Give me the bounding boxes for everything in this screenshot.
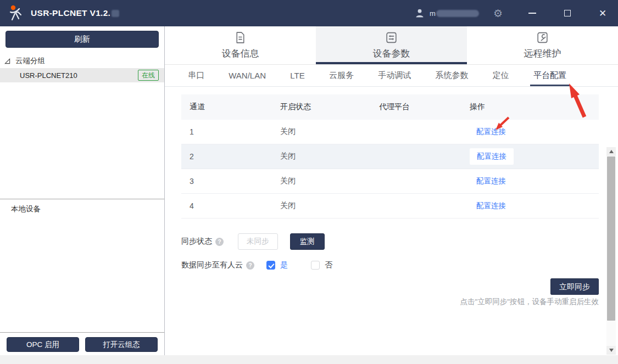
usr-mascot-logo-icon: [7, 4, 25, 23]
yes-label[interactable]: 是: [280, 260, 288, 270]
no-label[interactable]: 否: [325, 260, 332, 270]
vertical-scrollbar[interactable]: [606, 147, 616, 355]
user-icon: [414, 8, 425, 19]
cloud-group-node[interactable]: 云端分组: [4, 56, 164, 66]
close-button[interactable]: ✕: [597, 8, 608, 19]
data-sync-label: 数据同步至有人云: [181, 260, 243, 270]
tab-label: 远程维护: [524, 47, 561, 60]
sync-status-label: 同步状态: [181, 237, 212, 247]
question-mark-icon[interactable]: ?: [246, 261, 254, 270]
opc-enable-button[interactable]: OPC 启用: [7, 337, 79, 352]
cell-status: 关闭: [272, 176, 371, 186]
cell-status: 关闭: [272, 201, 371, 211]
sliders-icon: [385, 31, 398, 44]
gear-icon[interactable]: ⚙: [493, 8, 503, 19]
sidebar-spacer: [0, 214, 164, 332]
configure-connection-link[interactable]: 配置连接: [476, 127, 506, 136]
document-icon: [233, 31, 247, 44]
configure-connection-link[interactable]: 配置连接: [470, 148, 514, 165]
subtab-serial[interactable]: 串口: [185, 65, 208, 86]
device-list-item[interactable]: USR-PLCNET210 在线: [0, 68, 164, 82]
minimize-button[interactable]: [527, 8, 538, 19]
redacted-version: [112, 10, 119, 17]
sub-tab-bar: 串口 WAN/LAN LTE 云服务 手动调试 系统参数 定位 平台配置: [165, 65, 618, 87]
username[interactable]: m: [430, 9, 479, 18]
cell-channel: 3: [181, 177, 272, 186]
subtab-manual-debug[interactable]: 手动调试: [375, 65, 414, 86]
cell-channel: 1: [181, 127, 272, 136]
subtab-lte[interactable]: LTE: [287, 65, 308, 86]
cloud-group-label: 云端分组: [15, 56, 45, 66]
table-row: 2 关闭 配置连接: [181, 144, 599, 169]
monitor-button[interactable]: 监测: [290, 233, 325, 250]
table-row: 1 关闭 配置连接: [181, 120, 599, 144]
open-cloud-scada-button[interactable]: 打开云组态: [85, 337, 158, 352]
tab-remote-maintenance[interactable]: 远程维护: [467, 26, 618, 64]
tree-expanded-icon[interactable]: [4, 58, 10, 64]
table-header-row: 通道 开启状态 代理平台 操作: [181, 94, 599, 120]
sync-hint-text: 点击"立即同步"按钮，设备手动重启后生效: [165, 297, 618, 307]
table-row: 3 关闭 配置连接: [181, 169, 599, 194]
tab-label: 设备参数: [373, 47, 410, 60]
platform-config-panel: 通道 开启状态 代理平台 操作 1 关闭 配置连接 2 关闭 配置连接: [165, 87, 618, 364]
cell-status: 关闭: [272, 127, 371, 137]
sync-now-button[interactable]: 立即同步: [550, 278, 599, 295]
col-header-action: 操作: [461, 102, 599, 112]
refresh-button[interactable]: 刷新: [5, 31, 159, 48]
subtab-cloud-service[interactable]: 云服务: [326, 65, 357, 86]
triangle-down-icon: [609, 349, 614, 352]
col-header-channel: 通道: [181, 102, 272, 112]
question-mark-icon[interactable]: ?: [215, 238, 224, 246]
local-device-label: 本地设备: [11, 205, 41, 213]
scroll-up-button[interactable]: [606, 147, 616, 156]
configure-connection-link[interactable]: 配置连接: [476, 201, 506, 210]
scrollbar-thumb[interactable]: [607, 156, 615, 321]
col-header-proxy: 代理平台: [371, 102, 461, 112]
cell-channel: 2: [181, 152, 272, 161]
redacted-username: [436, 10, 479, 17]
maximize-button[interactable]: [562, 8, 573, 19]
cell-status: 关闭: [272, 152, 371, 161]
col-header-status: 开启状态: [272, 102, 371, 112]
minimize-icon: [528, 13, 536, 14]
subtab-positioning[interactable]: 定位: [489, 65, 513, 86]
yes-checkbox[interactable]: [266, 261, 275, 270]
subtab-wan-lan[interactable]: WAN/LAN: [225, 65, 269, 86]
not-synced-button: 未同步: [238, 233, 278, 250]
no-checkbox[interactable]: [311, 261, 320, 270]
local-device-section: 本地设备: [0, 199, 164, 214]
sidebar-spacer: [0, 82, 164, 199]
data-sync-row: 数据同步至有人云 ? 是 否: [181, 260, 618, 270]
cell-channel: 4: [181, 201, 272, 210]
online-status-badge: 在线: [138, 70, 159, 81]
horizontal-scrollbar-track[interactable]: [0, 355, 618, 364]
table-row: 4 关闭 配置连接: [181, 194, 599, 219]
sync-status-row: 同步状态 ? 未同步 监测: [181, 233, 618, 250]
app-title: USR-PLCNET V1.2.: [31, 8, 110, 18]
wrench-icon: [536, 31, 549, 44]
titlebar: USR-PLCNET V1.2. m ⚙ ✕: [0, 0, 618, 26]
subtab-platform-config[interactable]: 平台配置: [530, 65, 570, 86]
tab-label: 设备信息: [222, 47, 259, 60]
scroll-down-button[interactable]: [606, 346, 616, 355]
tab-device-info[interactable]: 设备信息: [165, 26, 316, 64]
main-tab-bar: 设备信息 设备参数 远程维护: [165, 26, 618, 65]
channel-table: 通道 开启状态 代理平台 操作 1 关闭 配置连接 2 关闭 配置连接: [181, 94, 599, 219]
tab-device-params[interactable]: 设备参数: [316, 26, 467, 64]
configure-connection-link[interactable]: 配置连接: [476, 177, 506, 185]
subtab-system-params[interactable]: 系统参数: [432, 65, 471, 86]
maximize-icon: [564, 10, 571, 16]
sidebar: 刷新 云端分组 USR-PLCNET210 在线 本地设备 OPC 启用 打开云…: [0, 26, 165, 364]
triangle-up-icon: [609, 150, 614, 153]
device-name: USR-PLCNET210: [20, 71, 77, 80]
main-panel: 设备信息 设备参数 远程维护 串口 WAN/LAN: [165, 26, 618, 364]
